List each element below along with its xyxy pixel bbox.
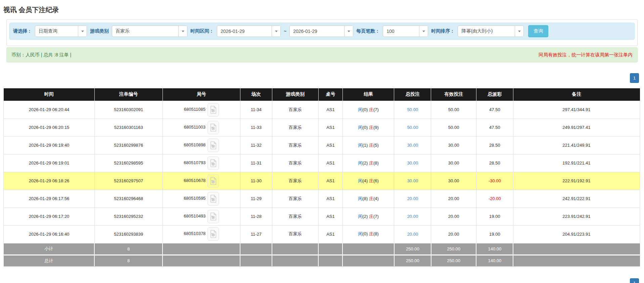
subtotal-payout: 140.00 [476, 243, 513, 255]
footer-empty-cell [342, 243, 394, 255]
cell-note: 249.91/297.41 [513, 119, 640, 136]
game-type-label: 游戏类别 [90, 28, 109, 34]
cell-time: 2026-01-29 06:17:20 [4, 207, 95, 225]
chevron-down-icon[interactable] [344, 26, 353, 37]
cell-note: 242.91/222.91 [513, 190, 640, 207]
video-replay-button[interactable] [208, 210, 219, 223]
video-replay-button[interactable] [208, 156, 219, 170]
subtotal-valid-bet: 250.00 [431, 243, 476, 255]
result-banker-count: (5) [373, 143, 379, 148]
video-replay-button[interactable] [208, 139, 219, 152]
payout-value: 28.50 [489, 143, 500, 148]
filter-bar: 请选择： 日期查询 游戏类别 百家乐 时间区间： 2026-01-29 ~ 20… [9, 22, 635, 40]
time-sort-label: 时间排序： [431, 28, 455, 34]
subtotal-row: 小计 8 250.00 250.00 140.00 [4, 243, 640, 255]
cell-bet-no: 523160302091 [94, 101, 163, 119]
video-replay-button[interactable] [208, 227, 219, 241]
cell-total-bet: 50.00 [394, 119, 431, 136]
header-total-payout: 总派彩 [476, 88, 513, 101]
cell-total-bet: 30.00 [394, 136, 431, 154]
cell-result: 闲(8) 庄(4) [342, 190, 394, 207]
total-bet-link[interactable]: 30.00 [407, 160, 418, 166]
total-bet-link[interactable]: 20.00 [407, 232, 418, 237]
chevron-down-icon[interactable] [78, 26, 87, 37]
result-banker: 庄 [369, 160, 373, 166]
total-bet-link[interactable]: 20.00 [407, 196, 418, 201]
select-type-label: 请选择： [13, 28, 32, 34]
per-page-select[interactable]: 100 [383, 26, 428, 37]
cell-table-no: AS1 [318, 119, 342, 136]
cell-bet-no: 523160301163 [94, 119, 163, 136]
cell-payout: 28.50 [476, 154, 513, 172]
cell-table-no: AS1 [318, 101, 342, 119]
payout-value: 47.50 [489, 107, 500, 112]
pagination-page-1-bottom[interactable]: 1 [630, 278, 639, 283]
video-replay-button[interactable] [208, 192, 219, 205]
cell-payout: 19.00 [476, 225, 513, 243]
cell-session: 11-32 [240, 136, 272, 154]
video-replay-button[interactable] [208, 121, 219, 134]
chevron-down-icon[interactable] [178, 26, 187, 37]
header-round-no: 局号 [163, 88, 240, 101]
round-no-text: 680511003 [184, 125, 205, 130]
result-player: 闲 [358, 107, 363, 112]
header-total-bet: 总投注 [394, 88, 431, 101]
table-row: 2026-01-29 06:20:15 523160301163 6805110… [4, 119, 640, 136]
footer-empty-cell [163, 255, 240, 267]
cell-result: 闲(0) 庄(8) [342, 225, 394, 243]
cell-payout: 19.00 [476, 207, 513, 225]
header-time: 时间 [4, 88, 95, 101]
footer-empty-cell [272, 243, 318, 255]
grand-total-total-bet: 250.00 [394, 255, 431, 267]
footer-empty-cell [240, 255, 272, 267]
cell-total-bet: 30.00 [394, 154, 431, 172]
result-banker: 庄 [369, 107, 373, 112]
result-player-count: (1) [363, 143, 368, 148]
page-title: 视讯 会员下注纪录 [3, 5, 59, 14]
header-session: 场次 [240, 88, 272, 101]
round-no-text: 680510378 [184, 231, 205, 236]
cell-valid-bet: 20.00 [431, 225, 476, 243]
total-bet-link[interactable]: 50.00 [407, 107, 418, 112]
search-button[interactable]: 查询 [528, 25, 548, 37]
total-bet-link[interactable]: 20.00 [407, 214, 418, 219]
time-sort-select[interactable]: 降幂(由大到小) [458, 26, 524, 37]
query-type-select[interactable]: 日期查询 [35, 26, 87, 37]
cell-valid-bet: 50.00 [431, 119, 476, 136]
cell-session: 11-31 [240, 154, 272, 172]
pagination-page-1-top[interactable]: 1 [630, 73, 639, 83]
result-player-count: (0) [363, 231, 368, 236]
date-from-select[interactable]: 2026-01-29 [217, 26, 281, 37]
video-replay-button[interactable] [208, 103, 219, 116]
grand-total-count: 8 [94, 255, 163, 267]
chevron-down-icon[interactable] [419, 26, 428, 37]
date-to-select[interactable]: 2026-01-29 [289, 26, 353, 37]
chevron-down-icon[interactable] [272, 26, 280, 37]
grand-total-payout: 140.00 [476, 255, 513, 267]
footer-empty-cell [240, 243, 272, 255]
total-bet-link[interactable]: 30.00 [407, 143, 418, 148]
header-table-no: 桌号 [318, 88, 342, 101]
cell-note: 192.91/221.41 [513, 154, 640, 172]
total-bet-link[interactable]: 30.00 [407, 178, 418, 183]
table-header-row: 时间 注单编号 局号 场次 游戏类别 桌号 结果 总投注 有效投注 总派彩 备注 [4, 88, 640, 101]
total-bet-link[interactable]: 50.00 [407, 125, 418, 130]
grand-total-valid-bet: 250.00 [431, 255, 476, 267]
time-sort-value: 降幂(由大到小) [458, 26, 515, 37]
game-type-select[interactable]: 百家乐 [112, 26, 187, 37]
cell-game: 百家乐 [272, 136, 318, 154]
cell-note: 297.41/344.91 [513, 101, 640, 119]
result-banker: 庄 [369, 231, 373, 236]
round-no-text: 680510493 [184, 214, 205, 219]
chevron-down-icon[interactable] [515, 26, 523, 37]
footer-empty-cell [318, 243, 342, 255]
cell-result: 闲(2) 庄(8) [342, 154, 394, 172]
cell-table-no: AS1 [318, 190, 342, 207]
table-row: 2026-01-29 06:18:26 523160297507 6805106… [4, 172, 640, 190]
cell-payout: 28.50 [476, 136, 513, 154]
query-type-value: 日期查询 [35, 26, 78, 37]
video-replay-button[interactable] [208, 174, 219, 188]
result-banker: 庄 [369, 214, 373, 219]
cell-valid-bet: 30.00 [431, 136, 476, 154]
cell-result: 闲(4) 庄(6) [342, 172, 394, 190]
